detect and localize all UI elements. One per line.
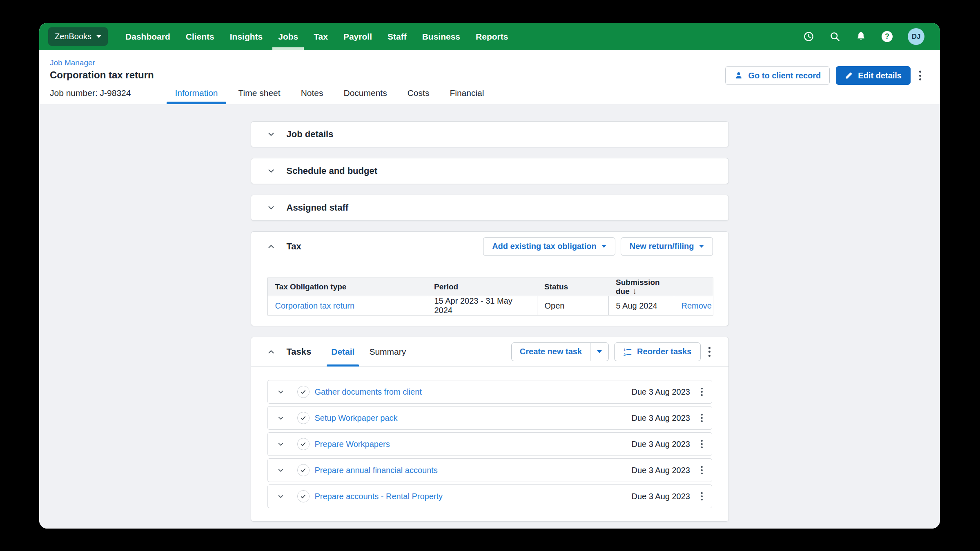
- chevron-up-icon[interactable]: [267, 347, 276, 356]
- section-title: Job details: [287, 129, 334, 140]
- task-row: Setup Workpaper pack Due 3 Aug 2023: [267, 406, 712, 430]
- nav-item-payroll[interactable]: Payroll: [336, 23, 380, 50]
- create-new-task-dropdown-button[interactable]: [590, 343, 608, 361]
- tab-detail[interactable]: Detail: [330, 337, 356, 366]
- task-overflow-menu-button[interactable]: [698, 438, 705, 451]
- edit-details-button[interactable]: Edit details: [836, 66, 911, 85]
- chevron-down-icon: [267, 130, 276, 139]
- column-header-status: Status: [537, 278, 608, 296]
- section-tax: Tax Add existing tax obligation New retu…: [251, 231, 729, 326]
- reorder-tasks-label: Reorder tasks: [637, 347, 691, 356]
- chevron-down-icon[interactable]: [277, 388, 285, 396]
- period-cell: 15 Apr 2023 - 31 May 2024: [427, 296, 537, 315]
- add-existing-tax-obligation-label: Add existing tax obligation: [492, 242, 597, 251]
- tab-time-sheet[interactable]: Time sheet: [238, 82, 281, 104]
- chevron-down-icon: [597, 350, 602, 353]
- go-to-client-record-label: Go to client record: [748, 71, 821, 80]
- nav-utility-icons: ? DJ: [803, 28, 924, 45]
- task-complete-check-icon[interactable]: [297, 386, 310, 398]
- task-complete-check-icon[interactable]: [297, 412, 310, 424]
- add-existing-tax-obligation-button[interactable]: Add existing tax obligation: [483, 237, 615, 256]
- nav-item-staff[interactable]: Staff: [380, 23, 414, 50]
- chevron-down-icon[interactable]: [277, 414, 285, 422]
- task-complete-check-icon[interactable]: [297, 438, 310, 450]
- svg-text:2: 2: [624, 353, 626, 356]
- avatar[interactable]: DJ: [908, 28, 924, 45]
- task-name-link[interactable]: Prepare Workpapers: [315, 440, 390, 449]
- search-icon[interactable]: [829, 31, 840, 42]
- column-header-submission-due[interactable]: Submission due↓: [608, 278, 674, 296]
- tab-information[interactable]: Information: [175, 82, 218, 104]
- tax-table-container: Tax Obligation type Period Status Submis…: [251, 261, 728, 315]
- notifications-bell-icon[interactable]: [855, 31, 866, 42]
- nav-item-tax[interactable]: Tax: [306, 23, 336, 50]
- pencil-icon: [845, 71, 853, 80]
- create-new-task-button[interactable]: Create new task: [512, 343, 590, 361]
- task-name-link[interactable]: Prepare accounts - Rental Property: [315, 492, 443, 501]
- sort-desc-icon: ↓: [633, 287, 637, 295]
- go-to-client-record-button[interactable]: Go to client record: [725, 66, 830, 85]
- submission-due-cell: 5 Aug 2024: [608, 296, 674, 315]
- task-row: Prepare annual financial accounts Due 3 …: [267, 458, 712, 482]
- task-overflow-menu-button[interactable]: [698, 490, 705, 503]
- section-tasks: Tasks Detail Summary Create new task 1: [251, 337, 729, 522]
- task-complete-check-icon[interactable]: [297, 490, 310, 502]
- tax-obligation-link[interactable]: Corporation tax return: [275, 301, 355, 310]
- reorder-tasks-button[interactable]: 1 2 Reorder tasks: [614, 342, 700, 361]
- task-list: Gather documents from client Due 3 Aug 2…: [251, 367, 728, 508]
- tab-documents[interactable]: Documents: [343, 82, 387, 104]
- nav-item-jobs[interactable]: Jobs: [270, 23, 306, 50]
- column-header-actions: [674, 278, 713, 296]
- chevron-down-icon: [267, 203, 276, 212]
- column-header-period: Period: [427, 278, 537, 296]
- chevron-down-icon[interactable]: [277, 440, 285, 448]
- chevron-down-icon: [601, 245, 606, 248]
- task-name-link[interactable]: Setup Workpaper pack: [315, 413, 398, 423]
- breadcrumb[interactable]: Job Manager: [50, 58, 95, 67]
- history-clock-icon[interactable]: [803, 31, 814, 42]
- nav-item-business[interactable]: Business: [414, 23, 468, 50]
- create-new-task-split-button: Create new task: [511, 342, 609, 361]
- section-assigned-staff[interactable]: Assigned staff: [251, 195, 729, 221]
- section-title: Tasks: [287, 347, 312, 357]
- tax-obligations-table: Tax Obligation type Period Status Submis…: [267, 278, 713, 315]
- section-job-details[interactable]: Job details: [251, 121, 729, 147]
- nav-item-reports[interactable]: Reports: [468, 23, 516, 50]
- chevron-down-icon: [96, 35, 101, 38]
- nav-item-dashboard[interactable]: Dashboard: [118, 23, 178, 50]
- tab-notes[interactable]: Notes: [301, 82, 323, 104]
- task-complete-check-icon[interactable]: [297, 464, 310, 476]
- task-overflow-menu-button[interactable]: [698, 385, 705, 399]
- tab-summary[interactable]: Summary: [368, 337, 407, 366]
- task-row: Gather documents from client Due 3 Aug 2…: [267, 380, 712, 404]
- header-actions: Go to client record Edit details: [725, 66, 924, 85]
- chevron-down-icon[interactable]: [277, 493, 285, 500]
- task-row: Prepare accounts - Rental Property Due 3…: [267, 484, 712, 508]
- svg-text:1: 1: [624, 348, 626, 352]
- tasks-overflow-menu-button[interactable]: [706, 344, 713, 359]
- task-due-date: Due 3 Aug 2023: [632, 466, 690, 475]
- task-overflow-menu-button[interactable]: [698, 411, 705, 425]
- tab-financial[interactable]: Financial: [450, 82, 484, 104]
- reorder-list-icon: 1 2: [623, 347, 632, 356]
- task-name-link[interactable]: Gather documents from client: [315, 387, 422, 397]
- task-overflow-menu-button[interactable]: [698, 464, 705, 477]
- chevron-up-icon[interactable]: [267, 242, 276, 251]
- chevron-down-icon[interactable]: [277, 467, 285, 474]
- org-menu-button[interactable]: ZenBooks: [48, 27, 108, 46]
- section-schedule-and-budget[interactable]: Schedule and budget: [251, 158, 729, 184]
- top-nav: ZenBooks Dashboard Clients Insights Jobs…: [39, 23, 940, 50]
- task-name-link[interactable]: Prepare annual financial accounts: [315, 466, 438, 475]
- table-header-row: Tax Obligation type Period Status Submis…: [267, 278, 713, 296]
- chevron-down-icon: [699, 245, 704, 248]
- new-return-filing-button[interactable]: New return/filing: [621, 237, 713, 256]
- nav-item-clients[interactable]: Clients: [178, 23, 222, 50]
- help-icon[interactable]: ?: [882, 31, 893, 42]
- tab-costs[interactable]: Costs: [408, 82, 430, 104]
- header-overflow-menu-button[interactable]: [917, 68, 924, 83]
- submission-due-label: Submission due: [616, 278, 660, 295]
- org-menu-label: ZenBooks: [55, 32, 91, 41]
- remove-link[interactable]: Remove: [682, 301, 712, 310]
- tax-panel-header: Tax Add existing tax obligation New retu…: [251, 232, 728, 261]
- nav-item-insights[interactable]: Insights: [222, 23, 271, 50]
